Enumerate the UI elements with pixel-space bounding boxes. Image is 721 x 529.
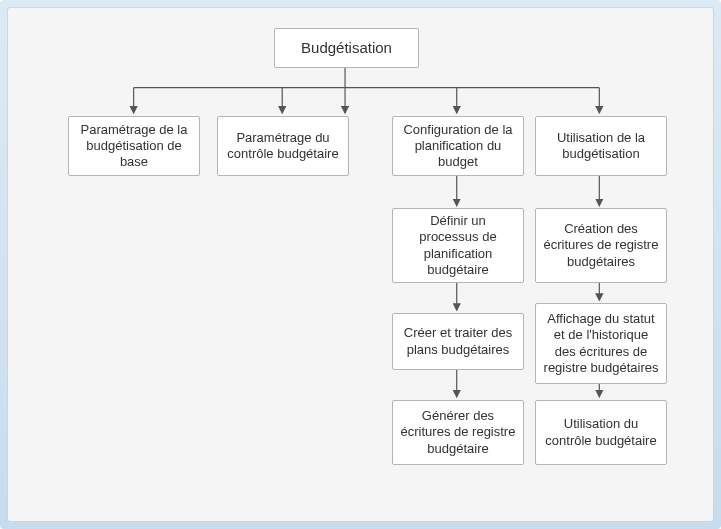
diagram-frame: Budgétisation Paramétrage de la budgétis…: [0, 0, 721, 529]
node-col2-a: Paramétrage du contrôle budgétaire: [217, 116, 349, 176]
node-col4-d: Utilisation du contrôle budgétaire: [535, 400, 667, 465]
node-col3-a: Configuration de la planification du bud…: [392, 116, 524, 176]
diagram-canvas: Budgétisation Paramétrage de la budgétis…: [7, 7, 714, 522]
node-root: Budgétisation: [274, 28, 419, 68]
node-col4-c: Affichage du statut et de l'historique d…: [535, 303, 667, 384]
node-col4-a: Utilisation de la budgétisation: [535, 116, 667, 176]
node-col3-d: Générer des écritures de registre budgét…: [392, 400, 524, 465]
node-col1-a: Paramétrage de la budgétisation de base: [68, 116, 200, 176]
node-col4-b: Création des écritures de registre budgé…: [535, 208, 667, 283]
node-col3-c: Créer et traiter des plans budgétaires: [392, 313, 524, 370]
node-col3-b: Définir un processus de planification bu…: [392, 208, 524, 283]
